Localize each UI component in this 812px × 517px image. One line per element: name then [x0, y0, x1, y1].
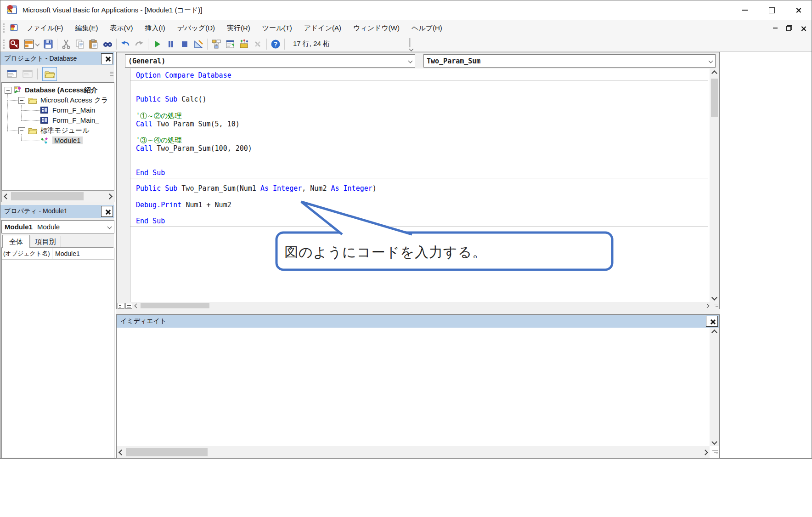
cut-button[interactable]	[59, 38, 73, 51]
scroll-right-button[interactable]	[105, 191, 114, 202]
menu-tools[interactable]: ツール(T)	[256, 21, 298, 35]
tree-row-form-f-main-2[interactable]: Form_F_Main_	[2, 116, 114, 125]
scroll-up-button[interactable]	[710, 68, 719, 78]
view-object-icon	[22, 69, 33, 79]
menu-edit[interactable]: 編集(E)	[69, 21, 104, 35]
help-button[interactable]: ?	[269, 38, 282, 51]
object-dropdown-button[interactable]	[406, 59, 415, 62]
menu-view[interactable]: 表示(V)	[104, 21, 139, 35]
properties-window-button[interactable]	[223, 38, 237, 51]
scroll-thumb[interactable]	[141, 303, 209, 308]
menu-debug[interactable]: デバッグ(D)	[171, 21, 221, 35]
procedure-view-button[interactable]	[118, 303, 124, 309]
menu-file[interactable]: ファイル(F)	[20, 21, 69, 35]
project-panel-close-button[interactable]	[101, 53, 113, 64]
properties-panel-close-button[interactable]	[101, 206, 113, 217]
code-vscrollbar[interactable]	[710, 68, 719, 302]
scroll-thumb[interactable]	[11, 192, 84, 200]
object-browser-button[interactable]	[237, 38, 251, 51]
object-dropdown[interactable]: (General)	[125, 54, 415, 68]
tree-row-module1[interactable]: Module1	[2, 136, 114, 145]
project-hscrollbar[interactable]	[1, 190, 114, 202]
code-bottom-bar	[117, 302, 719, 309]
copy-button[interactable]	[73, 38, 87, 51]
form-icon	[40, 117, 48, 125]
view-object-button[interactable]	[21, 68, 34, 80]
tree-row-form-f-main[interactable]: Form_F_Main	[2, 106, 114, 115]
tab-categorized[interactable]: 項目別	[30, 236, 61, 248]
object-dropdown-value: (General)	[125, 57, 406, 65]
toolbar-grip-2[interactable]	[3, 40, 5, 49]
maximize-button[interactable]	[758, 1, 785, 19]
mdi-close-button[interactable]	[796, 21, 810, 35]
scroll-down-button[interactable]	[710, 293, 719, 302]
toolbar-overflow-button[interactable]	[408, 38, 416, 51]
undo-button[interactable]	[118, 38, 132, 51]
toggle-folders-button[interactable]	[42, 67, 57, 81]
toolbox-button[interactable]	[251, 38, 265, 51]
corner-resize-grip[interactable]	[710, 446, 719, 458]
collapse-icon[interactable]	[5, 87, 11, 94]
property-value[interactable]: Module1	[52, 250, 80, 257]
immediate-content[interactable]	[117, 328, 710, 446]
menu-run[interactable]: 実行(R)	[221, 21, 256, 35]
property-row-object-name[interactable]: (オブジェクト名) Module1	[2, 248, 114, 260]
collapse-icon[interactable]	[18, 127, 25, 134]
toolbar-grip[interactable]	[3, 23, 5, 33]
tree-label: Form_F_Main_	[52, 116, 99, 124]
find-button[interactable]	[101, 38, 114, 51]
properties-object-combobox[interactable]: Module1 Module	[1, 220, 114, 233]
scroll-thumb[interactable]	[126, 448, 208, 456]
scroll-right-button[interactable]	[703, 302, 711, 309]
menu-window[interactable]: ウィンドウ(W)	[347, 21, 406, 35]
properties-panel-header[interactable]: プロパティ - Module1	[0, 205, 114, 218]
menu-addins[interactable]: アドイン(A)	[298, 21, 347, 35]
margin-indicator-bar[interactable]	[117, 68, 130, 302]
project-explorer-button[interactable]	[209, 38, 223, 51]
scroll-left-button[interactable]	[117, 446, 126, 458]
window-splitter[interactable]	[116, 309, 720, 314]
immediate-header[interactable]: イミディエイト	[117, 315, 719, 328]
immediate-close-button[interactable]	[706, 316, 718, 327]
tree-row-database[interactable]: Database (Access紹介	[2, 85, 114, 95]
code-line: Debug.Print Num1 + Num2	[136, 201, 231, 209]
redo-button[interactable]	[132, 38, 146, 51]
immediate-hscrollbar[interactable]	[117, 446, 710, 458]
project-panel-header[interactable]: プロジェクト - Database	[0, 52, 114, 65]
tree-row-access-class[interactable]: Microsoft Access クラ	[2, 96, 114, 105]
resize-grip[interactable]	[711, 302, 719, 309]
chevron-down-icon	[408, 59, 412, 63]
mdi-minimize-button[interactable]	[768, 21, 782, 35]
full-module-view-button[interactable]	[125, 303, 132, 309]
run-button[interactable]	[150, 38, 164, 51]
insert-object-button[interactable]	[21, 38, 41, 51]
scroll-left-button[interactable]	[2, 191, 11, 202]
mdi-restore-button[interactable]	[782, 21, 796, 35]
save-button[interactable]	[41, 38, 55, 51]
minimize-button[interactable]	[732, 1, 758, 19]
scroll-thumb[interactable]	[711, 79, 718, 117]
immediate-vscrollbar[interactable]	[710, 328, 719, 446]
combo-dropdown-button[interactable]	[105, 225, 114, 228]
view-access-button[interactable]	[7, 38, 21, 51]
menu-insert[interactable]: 挿入(I)	[139, 21, 171, 35]
tree-row-std-modules[interactable]: 標準モジュール	[2, 126, 114, 135]
design-mode-button[interactable]	[192, 38, 205, 51]
view-code-button[interactable]	[5, 68, 19, 80]
menu-help[interactable]: ヘルプ(H)	[406, 21, 448, 35]
scroll-down-button[interactable]	[710, 437, 719, 446]
break-button[interactable]	[164, 38, 178, 51]
chevron-right-icon	[107, 193, 113, 199]
close-button[interactable]	[785, 1, 812, 19]
procedure-dropdown-button[interactable]	[706, 59, 715, 62]
reset-button[interactable]	[178, 38, 192, 51]
code-editor[interactable]: Option Compare Database Public Sub Calc(…	[117, 68, 719, 302]
collapse-icon[interactable]	[18, 97, 25, 104]
paste-button[interactable]	[87, 38, 101, 51]
scroll-up-button[interactable]	[710, 328, 719, 337]
tab-alphabetic[interactable]: 全体	[2, 235, 30, 248]
chevron-down-icon	[107, 225, 112, 229]
scroll-right-button[interactable]	[700, 446, 710, 458]
scroll-left-button[interactable]	[132, 302, 141, 309]
procedure-dropdown[interactable]: Two_Param_Sum	[423, 54, 716, 68]
